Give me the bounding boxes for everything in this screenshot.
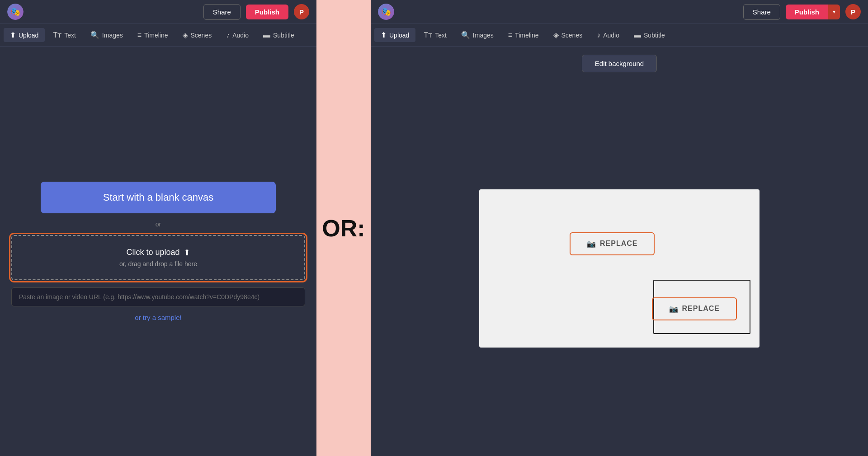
right-share-button[interactable]: Share [743, 4, 780, 20]
scenes-icon: ◈ [183, 31, 188, 39]
upload-arrow-icon: ⬆ [184, 248, 190, 258]
right-toolbar-text[interactable]: Tᴛ Text [417, 28, 453, 42]
or-text: or [156, 221, 161, 228]
replace-label-1: REPLACE [600, 240, 637, 248]
right-toolbar-timeline-label: Timeline [515, 32, 538, 39]
left-toolbar-text-label: Text [64, 32, 76, 39]
drag-drop-text: or, drag and drop a file here [119, 260, 197, 268]
timeline-icon: ≡ [137, 31, 142, 39]
right-toolbar: ⬆ Upload Tᴛ Text 🔍 Images ≡ Timeline ◈ S… [371, 24, 868, 47]
canvas-area: 📷 REPLACE 📷 REPLACE [371, 80, 868, 456]
right-toolbar-audio-label: Audio [603, 32, 619, 39]
text-icon: Tᴛ [53, 31, 61, 39]
right-subtitle-icon: ▬ [634, 31, 641, 39]
click-upload-label: Click to upload [126, 248, 179, 257]
left-toolbar-audio[interactable]: ♪ Audio [220, 28, 255, 42]
left-logo: 🎭 [7, 4, 24, 20]
replace-button-2[interactable]: 📷 REPLACE [652, 297, 737, 320]
right-logo: 🎭 [378, 4, 394, 20]
camera-icon-2: 📷 [669, 305, 679, 313]
left-toolbar-subtitle[interactable]: ▬ Subtitle [257, 28, 301, 42]
left-toolbar-images[interactable]: 🔍 Images [84, 28, 129, 42]
right-logo-img: 🎭 [378, 4, 394, 20]
left-toolbar-images-label: Images [102, 32, 123, 39]
left-toolbar-timeline[interactable]: ≡ Timeline [131, 28, 175, 42]
right-toolbar-images-label: Images [473, 32, 494, 39]
or-label: OR: [322, 215, 365, 242]
url-input[interactable] [11, 287, 305, 306]
left-toolbar-text[interactable]: Tᴛ Text [47, 28, 82, 42]
right-upload-icon: ⬆ [381, 31, 387, 39]
right-toolbar-audio[interactable]: ♪ Audio [590, 28, 626, 42]
images-icon: 🔍 [90, 31, 99, 39]
left-toolbar-scenes[interactable]: ◈ Scenes [176, 28, 218, 42]
try-sample-link[interactable]: or try a sample! [135, 314, 181, 321]
left-share-button[interactable]: Share [203, 4, 241, 20]
replace-button-1[interactable]: 📷 REPLACE [570, 232, 655, 255]
left-toolbar-timeline-label: Timeline [144, 32, 168, 39]
right-toolbar-subtitle-label: Subtitle [644, 32, 665, 39]
right-toolbar-scenes-label: Scenes [561, 32, 583, 39]
camera-icon-1: 📷 [587, 240, 596, 248]
right-avatar-button[interactable]: P [845, 4, 861, 19]
left-toolbar: ⬆ Upload Tᴛ Text 🔍 Images ≡ Timeline ◈ S… [0, 24, 316, 47]
right-timeline-icon: ≡ [508, 31, 512, 39]
left-logo-img: 🎭 [7, 4, 24, 20]
right-toolbar-subtitle[interactable]: ▬ Subtitle [627, 28, 671, 42]
upload-zone-wrapper: Click to upload ⬆ or, drag and drop a fi… [11, 235, 305, 280]
replace-label-2: REPLACE [682, 305, 720, 313]
left-toolbar-upload[interactable]: ⬆ Upload [4, 28, 45, 42]
left-publish-button[interactable]: Publish [246, 5, 288, 19]
right-audio-icon: ♪ [597, 31, 600, 39]
right-toolbar-timeline[interactable]: ≡ Timeline [502, 28, 545, 42]
edit-bg-container: Edit background [371, 47, 868, 80]
right-text-icon: Tᴛ [424, 31, 432, 39]
left-toolbar-upload-label: Upload [19, 32, 38, 39]
right-panel: 🎭 Share Publish ▾ P ⬆ Upload Tᴛ Text 🔍 I… [371, 0, 868, 456]
right-toolbar-upload[interactable]: ⬆ Upload [374, 28, 415, 42]
blank-canvas-button[interactable]: Start with a blank canvas [41, 182, 276, 213]
canvas-preview: 📷 REPLACE 📷 REPLACE [479, 189, 760, 348]
right-scenes-icon: ◈ [553, 31, 559, 39]
click-upload-text: Click to upload ⬆ [126, 248, 190, 258]
left-toolbar-audio-label: Audio [232, 32, 249, 39]
left-panel: 🎭 Share Publish P ⬆ Upload Tᴛ Text 🔍 Ima… [0, 0, 316, 456]
right-toolbar-text-label: Text [435, 32, 447, 39]
left-main-content: Start with a blank canvas or Click to up… [0, 47, 316, 456]
right-toolbar-upload-label: Upload [389, 32, 409, 39]
edit-background-button[interactable]: Edit background [582, 55, 657, 72]
left-toolbar-subtitle-label: Subtitle [273, 32, 294, 39]
right-publish-arrow[interactable]: ▾ [828, 5, 840, 19]
publish-dropdown: Publish ▾ [786, 5, 840, 19]
right-header: 🎭 Share Publish ▾ P [371, 0, 868, 24]
upload-icon: ⬆ [10, 31, 16, 39]
right-toolbar-scenes[interactable]: ◈ Scenes [547, 28, 589, 42]
left-toolbar-scenes-label: Scenes [191, 32, 212, 39]
audio-icon: ♪ [226, 31, 230, 39]
right-toolbar-images[interactable]: 🔍 Images [455, 28, 500, 42]
or-separator: OR: [316, 0, 371, 456]
upload-zone[interactable]: Click to upload ⬆ or, drag and drop a fi… [11, 235, 305, 280]
subtitle-icon: ▬ [263, 31, 270, 39]
chevron-down-icon: ▾ [833, 9, 835, 15]
left-header: 🎭 Share Publish P [0, 0, 316, 24]
right-images-icon: 🔍 [461, 31, 470, 39]
left-avatar-button[interactable]: P [294, 4, 309, 19]
right-publish-button[interactable]: Publish [786, 5, 828, 19]
